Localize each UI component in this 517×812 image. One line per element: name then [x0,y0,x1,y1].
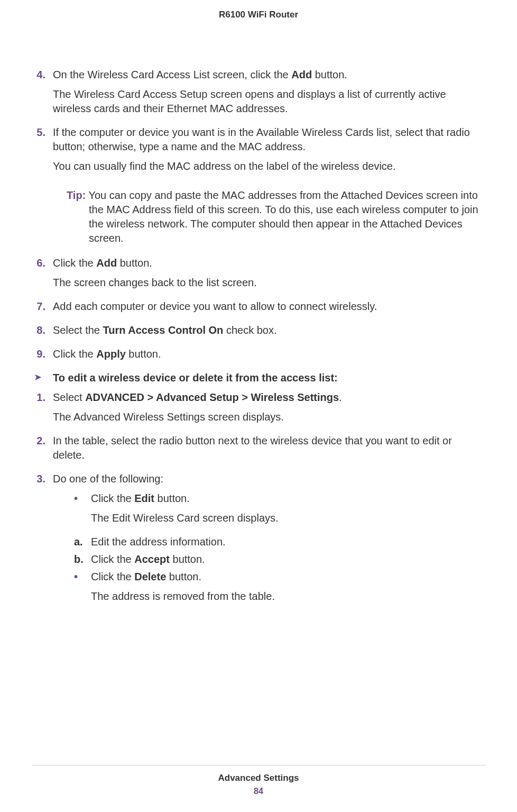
footer-page-number: 84 [0,787,517,796]
bullet-icon: • [74,570,91,609]
text: If the computer or device you want is in… [53,125,485,154]
text: Add each computer or device you want to … [53,299,485,314]
bold-text: Add [96,257,117,269]
step-body: Select ADVANCED > Advanced Setup > Wirel… [53,390,485,430]
tip-block: Tip: You can copy and paste the MAC addr… [32,188,485,245]
text: Select the [53,324,103,336]
step-8: 8. Select the Turn Access Control On che… [32,323,485,343]
text: check box. [223,324,276,336]
step-number: 6. [32,256,53,295]
step-number: 9. [32,347,53,367]
step-number: 1. [32,390,53,430]
step-number: 3. [32,472,53,613]
text: button. [117,257,152,269]
step-number: 8. [32,323,53,343]
page-header: R6100 WiFi Router [0,0,517,20]
substep-number: a. [74,535,91,549]
text: You can usually find the MAC address on … [53,159,485,174]
bullet-body: Click the Edit button. The Edit Wireless… [91,491,485,531]
step-body: Click the Add button. The screen changes… [53,256,485,295]
text: button. [126,348,161,360]
footer-title: Advanced Settings [0,773,517,783]
text: The Edit Wireless Card screen displays. [91,511,485,525]
substep-b: b. Click the Accept button. [53,552,485,567]
edit-step-1: 1. Select ADVANCED > Advanced Setup > Wi… [32,390,485,430]
step-body: If the computer or device you want is in… [53,125,485,179]
step-body: On the Wireless Card Access List screen,… [53,68,485,121]
step-4: 4. On the Wireless Card Access List scre… [32,68,485,121]
step-7: 7. Add each computer or device you want … [32,299,485,319]
text: Click the [91,571,134,582]
substep-number: b. [74,552,91,567]
bold-text: Delete [134,571,166,582]
step-number: 5. [32,125,53,179]
text: Click the [53,348,96,360]
text: The Advanced Wireless Settings screen di… [53,410,485,424]
step-9: 9. Click the Apply button. [32,347,485,367]
step-body: Do one of the following: • Click the Edi… [53,472,485,613]
edit-step-2: 2. In the table, select the radio button… [32,434,485,468]
bullet-body: Click the Delete button. The address is … [91,570,485,609]
step-body: Click the Apply button. [53,347,485,367]
step-number: 2. [32,434,53,468]
text: Select [53,391,85,403]
bold-text: Accept [134,553,170,565]
text: button. [166,571,201,582]
bold-text: Edit [134,492,154,504]
step-body: Select the Turn Access Control On check … [53,323,485,343]
step-number: 7. [32,299,53,319]
text: In the table, select the radio button ne… [53,434,485,462]
tip-label: Tip: [67,189,86,201]
bold-text: Turn Access Control On [103,324,224,336]
bold-text: Add [291,69,312,80]
text: The address is removed from the table. [91,589,485,604]
procedure-heading: ➤ To edit a wireless device or delete it… [32,371,485,385]
footer-divider [32,765,485,765]
bold-text: Apply [96,348,126,360]
text: Click the [91,553,134,565]
step-5: 5. If the computer or device you want is… [32,125,485,179]
text: On the Wireless Card Access List screen,… [53,69,291,80]
text: Do one of the following: [53,472,485,486]
procedure-title: To edit a wireless device or delete it f… [53,371,485,385]
arrow-icon: ➤ [32,371,53,385]
tip-text: You can copy and paste the MAC addresses… [86,189,478,244]
substep-a: a. Edit the address information. [53,535,485,549]
edit-step-3: 3. Do one of the following: • Click the … [32,472,485,613]
text: Click the [53,257,96,269]
text: button. [312,69,347,80]
step-body: Add each computer or device you want to … [53,299,485,319]
step-number: 4. [32,68,53,121]
step-6: 6. Click the Add button. The screen chan… [32,256,485,295]
step-body: In the table, select the radio button ne… [53,434,485,468]
text: Edit the address information. [91,535,226,549]
text: . [339,391,342,403]
bullet-icon: • [74,491,91,531]
page-footer: Advanced Settings 84 [0,765,517,796]
bullet-edit: • Click the Edit button. The Edit Wirele… [53,491,485,531]
bullet-delete: • Click the Delete button. The address i… [53,570,485,609]
text: The Wireless Card Access Setup screen op… [53,87,485,116]
text: The screen changes back to the list scre… [53,276,485,290]
text: button. [154,492,190,504]
page-content: 4. On the Wireless Card Access List scre… [0,20,517,613]
text: button. [170,553,205,565]
text: Click the [91,492,134,504]
bold-text: ADVANCED > Advanced Setup > Wireless Set… [85,391,339,403]
